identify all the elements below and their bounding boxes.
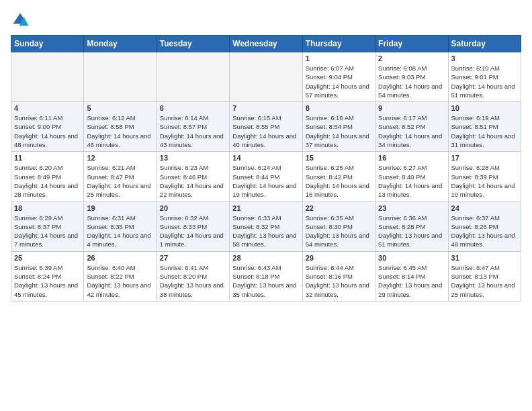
day-header-friday: Friday <box>375 36 448 52</box>
day-number: 26 <box>87 254 153 262</box>
week-row-5: 25Sunrise: 6:39 AM Sunset: 8:24 PM Dayli… <box>11 251 521 301</box>
day-info: Sunrise: 6:28 AM Sunset: 8:39 PM Dayligh… <box>451 163 518 199</box>
day-cell: 20Sunrise: 6:32 AM Sunset: 8:33 PM Dayli… <box>157 201 229 251</box>
day-number: 21 <box>232 204 299 212</box>
day-number: 4 <box>14 104 81 112</box>
day-number: 29 <box>306 254 372 262</box>
day-number: 24 <box>451 204 518 212</box>
day-info: Sunrise: 6:12 AM Sunset: 8:58 PM Dayligh… <box>87 113 153 149</box>
day-number: 19 <box>87 204 153 212</box>
week-row-2: 4Sunrise: 6:11 AM Sunset: 9:00 PM Daylig… <box>11 102 521 152</box>
day-header-tuesday: Tuesday <box>157 36 229 52</box>
day-cell: 24Sunrise: 6:37 AM Sunset: 8:26 PM Dayli… <box>448 201 521 251</box>
day-cell: 28Sunrise: 6:43 AM Sunset: 8:18 PM Dayli… <box>230 251 302 301</box>
day-number: 6 <box>160 104 226 112</box>
day-cell: 7Sunrise: 6:15 AM Sunset: 8:55 PM Daylig… <box>230 102 302 152</box>
day-info: Sunrise: 6:17 AM Sunset: 8:52 PM Dayligh… <box>378 113 445 149</box>
day-info: Sunrise: 6:32 AM Sunset: 8:33 PM Dayligh… <box>160 214 226 249</box>
logo-icon <box>11 11 30 30</box>
day-cell: 17Sunrise: 6:28 AM Sunset: 8:39 PM Dayli… <box>448 152 521 201</box>
day-cell: 10Sunrise: 6:19 AM Sunset: 8:51 PM Dayli… <box>448 102 521 152</box>
day-cell: 27Sunrise: 6:41 AM Sunset: 8:20 PM Dayli… <box>157 251 229 301</box>
day-cell: 8Sunrise: 6:16 AM Sunset: 8:54 PM Daylig… <box>302 102 375 152</box>
day-number: 8 <box>306 104 372 112</box>
day-number: 16 <box>378 154 445 162</box>
day-cell <box>157 52 229 102</box>
day-number: 15 <box>306 154 372 162</box>
day-header-saturday: Saturday <box>448 36 521 52</box>
day-cell: 29Sunrise: 6:44 AM Sunset: 8:16 PM Dayli… <box>302 251 375 301</box>
day-number: 2 <box>378 54 445 62</box>
day-cell: 31Sunrise: 6:47 AM Sunset: 8:13 PM Dayli… <box>448 251 521 301</box>
day-cell: 1Sunrise: 6:07 AM Sunset: 9:04 PM Daylig… <box>302 52 375 102</box>
day-info: Sunrise: 6:47 AM Sunset: 8:13 PM Dayligh… <box>451 263 518 299</box>
day-cell: 6Sunrise: 6:14 AM Sunset: 8:57 PM Daylig… <box>157 102 229 152</box>
day-cell: 9Sunrise: 6:17 AM Sunset: 8:52 PM Daylig… <box>375 102 448 152</box>
day-header-wednesday: Wednesday <box>230 36 302 52</box>
day-number: 27 <box>160 254 226 262</box>
day-cell: 25Sunrise: 6:39 AM Sunset: 8:24 PM Dayli… <box>11 251 84 301</box>
week-row-3: 11Sunrise: 6:20 AM Sunset: 8:49 PM Dayli… <box>11 152 521 201</box>
day-cell: 5Sunrise: 6:12 AM Sunset: 8:58 PM Daylig… <box>84 102 157 152</box>
day-info: Sunrise: 6:44 AM Sunset: 8:16 PM Dayligh… <box>306 263 372 299</box>
day-info: Sunrise: 6:08 AM Sunset: 9:03 PM Dayligh… <box>378 64 445 99</box>
day-info: Sunrise: 6:45 AM Sunset: 8:14 PM Dayligh… <box>378 263 445 299</box>
day-info: Sunrise: 6:40 AM Sunset: 8:22 PM Dayligh… <box>87 263 153 299</box>
day-cell: 3Sunrise: 6:10 AM Sunset: 9:01 PM Daylig… <box>448 52 521 102</box>
day-number: 18 <box>14 204 81 212</box>
day-info: Sunrise: 6:10 AM Sunset: 9:01 PM Dayligh… <box>451 64 518 99</box>
logo <box>11 11 32 30</box>
day-cell: 23Sunrise: 6:36 AM Sunset: 8:28 PM Dayli… <box>375 201 448 251</box>
day-number: 22 <box>306 204 372 212</box>
day-info: Sunrise: 6:31 AM Sunset: 8:35 PM Dayligh… <box>87 214 153 249</box>
day-cell: 11Sunrise: 6:20 AM Sunset: 8:49 PM Dayli… <box>11 152 84 201</box>
day-number: 17 <box>451 154 518 162</box>
day-cell <box>230 52 302 102</box>
week-row-1: 1Sunrise: 6:07 AM Sunset: 9:04 PM Daylig… <box>11 52 521 102</box>
day-info: Sunrise: 6:25 AM Sunset: 8:42 PM Dayligh… <box>306 163 372 199</box>
calendar: SundayMondayTuesdayWednesdayThursdayFrid… <box>11 35 521 302</box>
day-cell: 22Sunrise: 6:35 AM Sunset: 8:30 PM Dayli… <box>302 201 375 251</box>
day-number: 28 <box>232 254 299 262</box>
day-number: 20 <box>160 204 226 212</box>
day-info: Sunrise: 6:11 AM Sunset: 9:00 PM Dayligh… <box>14 113 81 149</box>
day-info: Sunrise: 6:39 AM Sunset: 8:24 PM Dayligh… <box>14 263 81 299</box>
day-info: Sunrise: 6:21 AM Sunset: 8:47 PM Dayligh… <box>87 163 153 199</box>
day-number: 11 <box>14 154 81 162</box>
day-info: Sunrise: 6:24 AM Sunset: 8:44 PM Dayligh… <box>232 163 299 199</box>
day-info: Sunrise: 6:14 AM Sunset: 8:57 PM Dayligh… <box>160 113 226 149</box>
day-number: 5 <box>87 104 153 112</box>
day-number: 1 <box>306 54 372 62</box>
day-info: Sunrise: 6:43 AM Sunset: 8:18 PM Dayligh… <box>232 263 299 299</box>
day-number: 25 <box>14 254 81 262</box>
day-info: Sunrise: 6:07 AM Sunset: 9:04 PM Dayligh… <box>306 64 372 99</box>
day-cell: 13Sunrise: 6:23 AM Sunset: 8:46 PM Dayli… <box>157 152 229 201</box>
day-cell: 26Sunrise: 6:40 AM Sunset: 8:22 PM Dayli… <box>84 251 157 301</box>
day-cell: 4Sunrise: 6:11 AM Sunset: 9:00 PM Daylig… <box>11 102 84 152</box>
day-header-monday: Monday <box>84 36 157 52</box>
day-info: Sunrise: 6:16 AM Sunset: 8:54 PM Dayligh… <box>306 113 372 149</box>
day-number: 12 <box>87 154 153 162</box>
day-cell: 12Sunrise: 6:21 AM Sunset: 8:47 PM Dayli… <box>84 152 157 201</box>
week-row-4: 18Sunrise: 6:29 AM Sunset: 8:37 PM Dayli… <box>11 201 521 251</box>
day-number: 3 <box>451 54 518 62</box>
day-number: 13 <box>160 154 226 162</box>
day-number: 23 <box>378 204 445 212</box>
day-info: Sunrise: 6:27 AM Sunset: 8:40 PM Dayligh… <box>378 163 445 199</box>
day-info: Sunrise: 6:20 AM Sunset: 8:49 PM Dayligh… <box>14 163 81 199</box>
calendar-header-row: SundayMondayTuesdayWednesdayThursdayFrid… <box>11 36 521 52</box>
day-cell: 14Sunrise: 6:24 AM Sunset: 8:44 PM Dayli… <box>230 152 302 201</box>
day-info: Sunrise: 6:29 AM Sunset: 8:37 PM Dayligh… <box>14 214 81 249</box>
day-info: Sunrise: 6:33 AM Sunset: 8:32 PM Dayligh… <box>232 214 299 249</box>
day-cell <box>11 52 84 102</box>
day-cell: 18Sunrise: 6:29 AM Sunset: 8:37 PM Dayli… <box>11 201 84 251</box>
day-number: 31 <box>451 254 518 262</box>
day-info: Sunrise: 6:35 AM Sunset: 8:30 PM Dayligh… <box>306 214 372 249</box>
day-cell: 19Sunrise: 6:31 AM Sunset: 8:35 PM Dayli… <box>84 201 157 251</box>
day-number: 10 <box>451 104 518 112</box>
day-cell: 2Sunrise: 6:08 AM Sunset: 9:03 PM Daylig… <box>375 52 448 102</box>
day-cell: 30Sunrise: 6:45 AM Sunset: 8:14 PM Dayli… <box>375 251 448 301</box>
day-number: 7 <box>232 104 299 112</box>
day-info: Sunrise: 6:15 AM Sunset: 8:55 PM Dayligh… <box>232 113 299 149</box>
day-cell: 21Sunrise: 6:33 AM Sunset: 8:32 PM Dayli… <box>230 201 302 251</box>
